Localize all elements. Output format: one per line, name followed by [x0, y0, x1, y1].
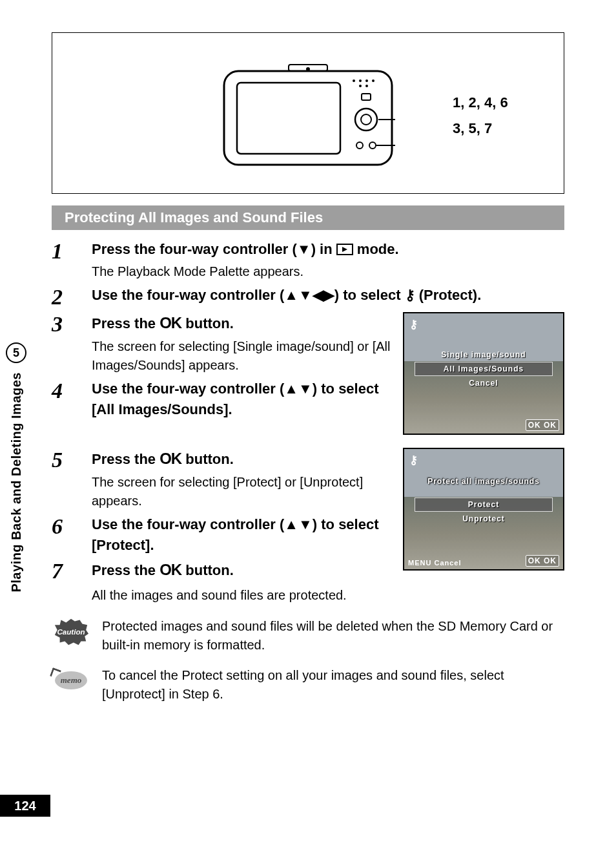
- step-subtext: The screen for selecting [Single image/s…: [92, 337, 393, 375]
- step-heading: Press the OK button.: [92, 448, 393, 470]
- step-heading: Use the four-way controller (▲▼) to sele…: [92, 514, 393, 556]
- menu-option-selected: All Images/Sounds: [415, 362, 553, 376]
- step-heading: Use the four-way controller (▲▼) to sele…: [92, 379, 393, 420]
- svg-point-3: [306, 67, 310, 71]
- screen-title: Protect all images/sounds: [408, 475, 559, 488]
- step-head-text: button.: [181, 451, 234, 467]
- svg-point-4: [355, 109, 377, 131]
- step-heading: Press the OK button.: [92, 559, 393, 582]
- step-number: 6: [52, 514, 77, 538]
- step-4: 4 Use the four-way controller (▲▼) to se…: [52, 379, 393, 420]
- memo-badge-icon: memo: [52, 666, 90, 695]
- step-head-text: mode.: [357, 241, 399, 257]
- step-5: 5 Press the OK button. The screen for se…: [52, 448, 393, 510]
- step-heading: Use the four-way controller (▲▼◀▶) to se…: [92, 285, 564, 306]
- svg-point-12: [372, 79, 375, 82]
- step-subtext: All the images and sound files are prote…: [92, 586, 564, 605]
- step-head-text: Press the four-way controller (▼) in: [92, 241, 336, 257]
- step-number: 1: [52, 239, 77, 262]
- protect-key-icon: ⚷: [409, 317, 418, 331]
- ok-token: OK: [159, 450, 181, 467]
- camera-illustration-frame: 1, 2, 4, 6 3, 5, 7: [52, 32, 564, 194]
- step-6: 6 Use the four-way controller (▲▼) to se…: [52, 514, 393, 556]
- menu-option: Single image/sound: [408, 348, 559, 361]
- caution-text: Protected images and sound files will be…: [102, 617, 564, 655]
- svg-point-7: [356, 142, 363, 149]
- svg-point-10: [359, 79, 362, 82]
- step-7: 7 Press the OK button.: [52, 559, 393, 582]
- step-number: 2: [52, 285, 77, 308]
- step-head-text: button.: [181, 562, 234, 578]
- step-2: 2 Use the four-way controller (▲▼◀▶) to …: [52, 285, 564, 308]
- menu-cancel-hint: MENU Cancel: [408, 559, 462, 567]
- step-head-text: Press the: [92, 562, 159, 578]
- memo-text: To cancel the Protect setting on all you…: [102, 666, 564, 704]
- svg-point-14: [365, 85, 368, 87]
- playback-mode-icon: [336, 244, 353, 255]
- step-number: 5: [52, 448, 77, 471]
- callout-top: 1, 2, 4, 6: [453, 94, 508, 111]
- menu-option: Cancel: [408, 377, 559, 390]
- step-head-text: button.: [181, 315, 234, 331]
- step-head-text: Press the: [92, 451, 159, 467]
- ok-token: OK: [159, 561, 181, 578]
- step-subtext: The Playback Mode Palette appears.: [92, 262, 564, 281]
- svg-point-5: [361, 114, 371, 125]
- step-subtext: The screen for selecting [Protect] or [U…: [92, 473, 393, 510]
- caution-note: Caution Protected images and sound files…: [52, 617, 564, 655]
- step-number: 4: [52, 379, 77, 402]
- ok-hint: OK OK: [526, 419, 559, 431]
- lcd-screenshot-select-scope: ⚷ Single image/sound All Images/Sounds C…: [403, 312, 564, 435]
- caution-badge-icon: Caution: [52, 617, 90, 645]
- menu-option-selected: Protect: [415, 498, 553, 512]
- step-head-text: Press the: [92, 315, 159, 331]
- svg-rect-1: [237, 83, 340, 154]
- callout-bottom: 3, 5, 7: [453, 120, 492, 137]
- svg-rect-6: [362, 94, 371, 100]
- svg-marker-18: [342, 247, 347, 252]
- step-heading: Press the OK button.: [92, 312, 393, 335]
- protect-key-icon: ⚷: [409, 453, 418, 467]
- menu-option: Unprotect: [408, 512, 559, 525]
- memo-note: memo To cancel the Protect setting on al…: [52, 666, 564, 704]
- svg-text:Caution: Caution: [57, 627, 85, 636]
- step-heading: Press the four-way controller (▼) in mod…: [92, 239, 564, 260]
- svg-point-8: [369, 142, 376, 149]
- ok-token: OK: [159, 314, 181, 331]
- page-number: 124: [0, 795, 50, 817]
- svg-point-9: [353, 79, 355, 82]
- memo-label: memo: [61, 675, 82, 686]
- svg-point-13: [359, 85, 362, 87]
- camera-illustration: [221, 58, 395, 168]
- section-heading: Protecting All Images and Sound Files: [52, 205, 564, 230]
- lcd-screenshot-protect-action: ⚷ Protect all images/sounds Protect Unpr…: [403, 448, 564, 571]
- step-3: 3 Press the OK button. The screen for se…: [52, 312, 393, 375]
- step-number: 3: [52, 312, 77, 335]
- ok-hint: OK OK: [526, 555, 559, 567]
- step-1: 1 Press the four-way controller (▼) in m…: [52, 239, 564, 281]
- svg-point-11: [365, 79, 368, 82]
- step-number: 7: [52, 559, 77, 582]
